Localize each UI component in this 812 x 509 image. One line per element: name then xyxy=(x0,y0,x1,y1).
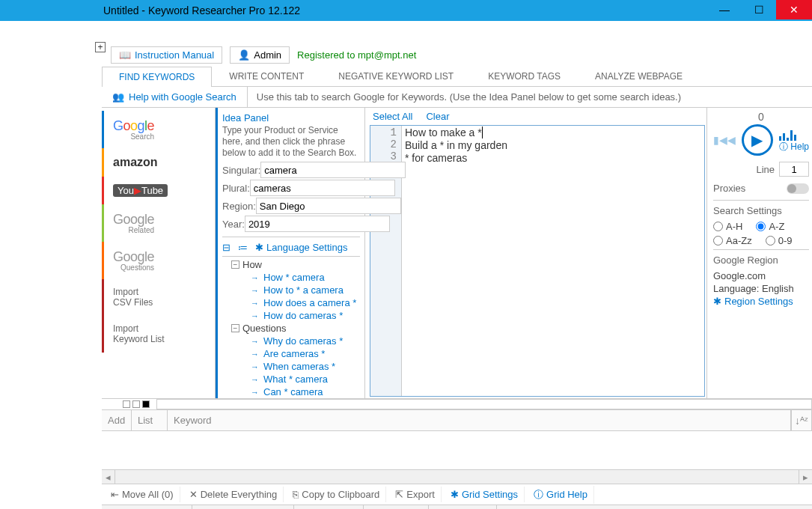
tree-leaf[interactable]: →How do cameras * xyxy=(225,309,360,322)
tree-leaf[interactable]: →How does a camera * xyxy=(225,296,360,309)
singular-input[interactable] xyxy=(260,162,406,178)
code-editor[interactable]: 123 How to make a * Build a * in my gard… xyxy=(370,125,705,397)
tree-leaf[interactable]: →How to * a camera xyxy=(225,284,360,296)
help-google-search-link[interactable]: 👥Help with Google Search xyxy=(102,87,248,107)
tab-write-content[interactable]: WRITE CONTENT xyxy=(212,66,321,86)
bars-icon xyxy=(779,127,809,141)
code-textarea[interactable]: How to make a * Build a * in my garden *… xyxy=(402,126,704,396)
source-amazon[interactable]: amazon xyxy=(102,148,215,177)
delete-everything-button[interactable]: ✕Delete Everything xyxy=(183,487,284,502)
language-settings-link[interactable]: ✱Language Settings xyxy=(255,242,347,253)
tree-leaf[interactable]: →Can * camera xyxy=(225,385,360,398)
tree-node-questions[interactable]: −Questions xyxy=(225,322,360,335)
source-import-keyword-list[interactable]: ImportKeyword List xyxy=(102,316,215,353)
idea-panel-desc: Type your Product or Service here, and t… xyxy=(222,125,360,159)
help-link[interactable]: ⓘ Help xyxy=(779,141,809,153)
result-count: 0 xyxy=(713,111,809,123)
help-row: 👥Help with Google Search Use this tab to… xyxy=(102,87,812,108)
expand-tree-icon[interactable]: ≔ xyxy=(238,242,248,253)
export-button[interactable]: ⇱Export xyxy=(389,487,442,502)
copy-icon: ⎘ xyxy=(293,489,299,500)
main-tabs: FIND KEYWORDS WRITE CONTENT NEGATIVE KEY… xyxy=(102,66,812,87)
status-showing: Showing 0 / 0 Rows xyxy=(192,505,294,509)
admin-button[interactable]: 👤Admin xyxy=(230,46,290,64)
tree-leaf[interactable]: →How * camera xyxy=(225,271,360,284)
opt-0-9[interactable]: 0-9 xyxy=(766,235,793,246)
status-bar: Selected Row: (-) Showing 0 / 0 Rows Whi… xyxy=(102,505,812,509)
idea-panel-title: Idea Panel xyxy=(222,112,360,124)
tab-analyze-webpage[interactable]: ANALYZE WEBPAGE xyxy=(578,66,700,86)
region-input[interactable] xyxy=(256,198,401,214)
search-editor: Select All Clear 123 How to make a * Bui… xyxy=(365,108,707,398)
region-settings-link[interactable]: ✱Region Settings xyxy=(713,296,809,307)
plural-input[interactable] xyxy=(250,180,395,196)
titlebar: Untitled - Keyword Researcher Pro 12.122… xyxy=(0,0,812,21)
grid-help-button[interactable]: ⓘGrid Help xyxy=(528,486,594,504)
tree-leaf[interactable]: →What * camera xyxy=(225,373,360,385)
status-selected-row: Selected Row: (-) xyxy=(102,505,192,509)
source-google-search[interactable]: GoogleSearch xyxy=(102,111,215,148)
grid-hscroll[interactable]: ◂▸ xyxy=(102,470,812,484)
col-keyword[interactable]: Keyword xyxy=(168,410,791,430)
opt-aa-zz[interactable]: Aa-Zz xyxy=(713,235,752,246)
move-all-button[interactable]: ⇤Move All (0) xyxy=(105,487,180,502)
x-icon: ✕ xyxy=(189,489,198,500)
idea-panel: Idea Panel Type your Product or Service … xyxy=(216,108,365,398)
source-google-questions[interactable]: GoogleQuestions xyxy=(102,242,215,279)
tree-leaf[interactable]: →Are cameras * xyxy=(225,347,360,360)
top-toolbar: 📖Instruction Manual 👤Admin Registered to… xyxy=(0,40,812,66)
collapse-tree-icon[interactable]: ⊟ xyxy=(222,242,231,253)
maximize-button[interactable]: ☐ xyxy=(742,0,776,19)
expand-panel-button[interactable]: + xyxy=(95,42,106,52)
instruction-manual-button[interactable]: 📖Instruction Manual xyxy=(111,46,222,64)
play-button[interactable]: ▶ xyxy=(742,124,773,156)
copy-clipboard-button[interactable]: ⎘Copy to Clipboard xyxy=(287,487,386,502)
status-grey-list: Grey List: 0 xyxy=(364,505,429,509)
select-all-link[interactable]: Select All xyxy=(373,111,412,122)
proxies-toggle[interactable] xyxy=(787,183,809,194)
sort-button[interactable]: ↓ᴬᶻ xyxy=(791,410,812,430)
gear-icon: ✱ xyxy=(713,296,721,307)
idea-tree[interactable]: −How →How * camera →How to * a camera →H… xyxy=(222,256,360,398)
grid-header: Add List Keyword ↓ᴬᶻ xyxy=(102,410,812,431)
source-import-csv[interactable]: ImportCSV Files xyxy=(102,279,215,316)
source-youtube[interactable]: You▶Tube xyxy=(102,177,215,204)
tab-keyword-tags[interactable]: KEYWORD TAGS xyxy=(471,66,578,86)
run-panel: 0 ▮◀◀ ▶ ⓘ Help Line Proxies Search Setti… xyxy=(707,108,812,398)
gear-icon: ✱ xyxy=(255,242,263,253)
tree-node-how[interactable]: −How xyxy=(225,258,360,271)
export-icon: ⇱ xyxy=(395,489,403,500)
source-list: GoogleSearch amazon You▶Tube GoogleRelat… xyxy=(102,108,216,398)
col-list[interactable]: List xyxy=(132,410,168,430)
col-add[interactable]: Add xyxy=(102,410,132,430)
tab-find-keywords[interactable]: FIND KEYWORDS xyxy=(102,67,212,87)
book-icon: 📖 xyxy=(119,49,131,61)
tree-leaf[interactable]: →When cameras * xyxy=(225,360,360,373)
opt-a-h[interactable]: A-H xyxy=(713,221,742,232)
splitter-bar[interactable] xyxy=(102,398,812,410)
registered-label: Registered to mpt@mpt.net xyxy=(297,49,416,61)
tab-negative-keyword-list[interactable]: NEGATIVE KEYWORD LIST xyxy=(321,66,471,86)
people-icon: 👥 xyxy=(112,91,124,103)
help-description: Use this tab to search Google for Keywor… xyxy=(248,91,681,103)
status-white-list: White List: 0 xyxy=(294,505,364,509)
tree-leaf[interactable]: →Why do cameras * xyxy=(225,335,360,347)
opt-a-z[interactable]: A-Z xyxy=(756,221,784,232)
grid-settings-button[interactable]: ✱Grid Settings xyxy=(445,487,525,502)
close-button[interactable]: ✕ xyxy=(776,0,812,19)
grid-body[interactable] xyxy=(102,431,812,470)
line-input[interactable] xyxy=(779,162,809,177)
info-icon: ⓘ xyxy=(534,488,543,502)
bottom-toolbar: ⇤Move All (0) ✕Delete Everything ⎘Copy t… xyxy=(102,484,812,505)
arrow-left-icon: ⇤ xyxy=(111,489,119,500)
source-google-related[interactable]: GoogleRelated xyxy=(102,204,215,242)
minimize-button[interactable]: — xyxy=(707,0,742,19)
user-icon: 👤 xyxy=(238,49,250,61)
clear-link[interactable]: Clear xyxy=(426,111,449,122)
previous-icon[interactable]: ▮◀◀ xyxy=(713,134,736,146)
window-title: Untitled - Keyword Researcher Pro 12.122 xyxy=(103,4,300,16)
year-input[interactable] xyxy=(245,216,390,232)
status-black-list: Black List: 0 xyxy=(429,505,497,509)
gear-icon: ✱ xyxy=(451,489,459,500)
